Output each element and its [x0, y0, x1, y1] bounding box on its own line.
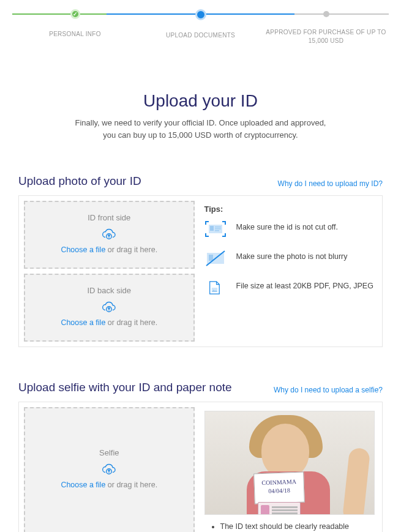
id-back-drag-text: or drag it here.: [105, 318, 157, 327]
check-icon: [70, 9, 80, 19]
selfie-bullets: The ID text should be clearly readable I…: [204, 521, 375, 532]
selfie-section-title: Upload selfie with your ID and paper not…: [18, 381, 232, 394]
page-subtitle: Finally, we need to verify your official…: [0, 117, 401, 141]
id-front-dropzone[interactable]: ID front side Choose a file or drag it h…: [24, 201, 195, 269]
selfie-example-col: COINMAMA 04/04/18 The ID text should be …: [202, 407, 378, 532]
id-back-choose-line: Choose a file or drag it here.: [30, 318, 189, 327]
svg-rect-4: [215, 227, 221, 228]
id-front-choose-line: Choose a file or drag it here.: [30, 245, 189, 254]
cloud-upload-icon: [102, 228, 116, 241]
svg-rect-8: [209, 255, 213, 261]
id-dropzones: ID front side Choose a file or drag it h…: [24, 201, 195, 342]
file-image-icon: [204, 279, 227, 297]
selfie-bullet-1: The ID text should be clearly readable: [220, 521, 375, 532]
tip-row-blur: Make sure the photo is not blurry: [204, 249, 375, 268]
tip-text-crop: Make sure the id is not cut off.: [236, 220, 339, 233]
id-front-choose-link[interactable]: Choose a file: [61, 245, 105, 254]
selfie-section: Upload selfie with your ID and paper not…: [18, 381, 383, 532]
current-step-icon: [195, 9, 206, 20]
crop-corners-icon: [204, 220, 227, 238]
example-arm: [342, 448, 370, 515]
subtitle-line1: Finally, we need to verify your official…: [75, 118, 326, 127]
no-blur-icon: [204, 249, 227, 268]
id-section-title: Upload photo of your ID: [18, 174, 141, 188]
progress-label-approved: APPROVED FOR PURCHASE OF UP TO 15,000 US…: [263, 28, 389, 45]
selfie-example-image: COINMAMA 04/04/18: [204, 411, 375, 515]
note-line2: 04/04/18: [268, 487, 290, 494]
svg-rect-5: [215, 228, 221, 230]
id-back-dropzone[interactable]: ID back side Choose a file or drag it he…: [24, 274, 195, 342]
example-note: COINMAMA 04/04/18: [253, 472, 305, 504]
progress-step-approved: APPROVED FOR PURCHASE OF UP TO 15,000 US…: [263, 9, 389, 45]
tips-title: Tips:: [204, 204, 375, 214]
progress-stepper: PERSONAL INFO UPLOAD DOCUMENTS APPROVED …: [0, 0, 401, 45]
tip-row-filesize: File size at least 20KB PDF, PNG, JPEG: [204, 279, 375, 297]
progress-label-upload: UPLOAD DOCUMENTS: [138, 31, 263, 40]
example-id-card: [258, 502, 301, 515]
selfie-section-header: Upload selfie with your ID and paper not…: [18, 381, 383, 394]
selfie-label: Selfie: [30, 448, 189, 457]
selfie-drag-text: or drag it here.: [105, 481, 157, 489]
cloud-upload-icon: [102, 301, 116, 313]
id-section-body: ID front side Choose a file or drag it h…: [18, 195, 383, 347]
id-back-choose-link[interactable]: Choose a file: [61, 318, 105, 327]
id-front-drag-text: or drag it here.: [105, 245, 157, 254]
page-title: Upload your ID: [0, 91, 401, 111]
id-section-header: Upload photo of your ID Why do I need to…: [18, 174, 383, 188]
selfie-help-link[interactable]: Why do I need to upload a selfie?: [274, 386, 383, 394]
example-head: [261, 424, 309, 478]
progress-step-upload: UPLOAD DOCUMENTS: [138, 9, 263, 40]
svg-rect-3: [210, 226, 214, 231]
id-tips: Tips: Make sure the id is not cut off.: [202, 201, 378, 342]
tip-text-filesize: File size at least 20KB PDF, PNG, JPEG: [236, 279, 373, 292]
selfie-dropzone[interactable]: Selfie Choose a file or drag it here.: [24, 407, 195, 532]
tip-row-crop: Make sure the id is not cut off.: [204, 220, 375, 238]
svg-rect-6: [215, 230, 219, 231]
progress-label-personal: PERSONAL INFO: [12, 30, 138, 39]
progress-step-personal: PERSONAL INFO: [12, 9, 138, 39]
cloud-upload-icon: [102, 463, 116, 476]
tip-text-blur: Make sure the photo is not blurry: [236, 249, 348, 263]
pending-step-icon: [323, 11, 329, 17]
id-upload-section: Upload photo of your ID Why do I need to…: [18, 174, 383, 347]
selfie-dropzone-col: Selfie Choose a file or drag it here.: [24, 407, 195, 532]
selfie-section-body: Selfie Choose a file or drag it here. CO…: [18, 402, 383, 532]
id-help-link[interactable]: Why do I need to upload my ID?: [278, 179, 383, 188]
note-line1: COINMAMA: [261, 478, 296, 486]
selfie-choose-line: Choose a file or drag it here.: [30, 481, 189, 489]
id-front-label: ID front side: [30, 213, 189, 222]
selfie-choose-link[interactable]: Choose a file: [61, 481, 105, 489]
id-back-label: ID back side: [30, 286, 189, 295]
subtitle-line2: you can buy up to 15,000 USD worth of cr…: [103, 130, 298, 140]
